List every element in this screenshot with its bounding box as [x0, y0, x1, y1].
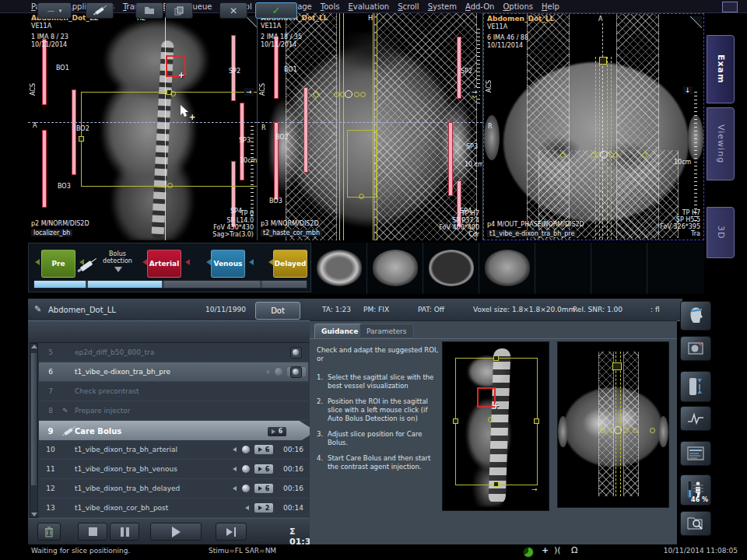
tab-3d[interactable]: 3D: [707, 207, 735, 258]
queue-row-5[interactable]: 5 ep2d_diff_b50_800_tra: [39, 343, 308, 362]
scroll-up-icon[interactable]: [31, 345, 37, 348]
queue-row-8[interactable]: 8 ✎ Prepare injector: [39, 401, 308, 421]
vp3-date: 10/11/2014: [487, 42, 523, 49]
viewport-coronal[interactable]: → Abdomen_Dot_LL VE11A 2 IMA 18 / 35 10/…: [258, 13, 483, 240]
status-bar: Waiting for slice positioning. Stimu=FL …: [0, 544, 747, 558]
menu-options[interactable]: Options: [503, 2, 533, 11]
thumbnail-empty: [591, 243, 647, 294]
guidance-step: 2. Position the ROI in the sagittal slic…: [317, 397, 440, 423]
tab-guidance[interactable]: Guidance: [314, 324, 365, 338]
phase-venous[interactable]: Venous: [211, 250, 245, 278]
slice-group-box[interactable]: [81, 92, 258, 187]
slab-handle[interactable]: [359, 194, 364, 199]
inject-button[interactable]: [86, 2, 114, 19]
queue-row-9-current[interactable]: 9 Care Bolus 6: [39, 421, 316, 442]
window-control-icon[interactable]: [722, 2, 738, 12]
play-button[interactable]: [150, 523, 202, 541]
queue-row-12[interactable]: 12 t1_vibe_dixon_tra_bh_delayed 6 00:16: [39, 479, 308, 499]
sphere-icon: [242, 446, 250, 453]
menu-tools[interactable]: Tools: [321, 2, 340, 11]
menu-help[interactable]: Help: [542, 2, 559, 11]
scrollbar-thumb[interactable]: [31, 353, 37, 485]
cancel-step-button[interactable]: ✕: [219, 2, 247, 19]
queue-row-7[interactable]: 7 Check precontrast: [39, 382, 308, 401]
vp2-bo2: BO2: [275, 134, 289, 141]
table-position-button[interactable]: [680, 371, 711, 402]
queue-row-6[interactable]: 6 t1_vibe_e-dixon_tra_bh_pre: [39, 362, 308, 382]
phase-delayed[interactable]: Delayed: [273, 250, 307, 278]
guidance-axial-preview[interactable]: [557, 341, 669, 508]
vp2-sp3: SP3: [466, 143, 478, 150]
thumbnail-3[interactable]: [423, 243, 479, 294]
copy-button[interactable]: [165, 2, 193, 19]
thumbnail-2[interactable]: [367, 243, 423, 294]
menu-addon[interactable]: Add-On: [465, 2, 494, 11]
scroll-right-icon[interactable]: →: [244, 88, 254, 96]
queue-row-13[interactable]: 13 t1_vibe_dixon_cor_bh_post 2 00:14: [39, 499, 308, 518]
pause-button[interactable]: [110, 523, 139, 541]
stop-icon: [89, 527, 97, 536]
slice-line: [339, 13, 340, 240]
menu-evaluation[interactable]: Evaluation: [348, 2, 389, 11]
image-review-button[interactable]: [680, 336, 711, 361]
care-bolus-slab[interactable]: [347, 130, 377, 198]
slice-marker: [613, 152, 619, 158]
physio-curve-button[interactable]: [680, 406, 711, 431]
center-marker[interactable]: [345, 90, 352, 98]
vp1-scale-label: 10cm: [240, 157, 257, 164]
center-marker[interactable]: [600, 151, 608, 159]
viewport-axial-selected[interactable]: ↓ Abdomen_Dot_LL VE11A 6 IMA 46 / 88 10/…: [483, 13, 704, 240]
skip-button[interactable]: [216, 523, 247, 541]
viewport-sagittal[interactable]: + → Abdomen_Dot_LL VE11A 1 IMA 8 / 23 10…: [28, 13, 258, 240]
speaker-icon: [265, 259, 273, 265]
apply-step-button[interactable]: ✓: [255, 2, 297, 19]
voxel-size: Voxel size: 1.8×1.8×20.0mm: [473, 306, 575, 313]
vp2-software: VE11A: [261, 23, 281, 30]
applied-image-icon: [290, 366, 302, 378]
thumbnail-4[interactable]: [479, 243, 535, 294]
dot-button[interactable]: Dot: [255, 302, 300, 320]
step-number: 13: [39, 504, 62, 512]
queue-row-11[interactable]: 11 t1_vibe_dixon_tra_bh_venous 6 00:16: [39, 460, 308, 479]
thumbnail-1[interactable]: [311, 243, 367, 294]
menu-system[interactable]: System: [428, 2, 457, 11]
patient-registration-button[interactable]: [680, 301, 711, 331]
queue-options-dropdown[interactable]: —▾: [37, 2, 72, 19]
tab-parameters[interactable]: Parameters: [359, 324, 414, 338]
vp2-scale-label: 10 cm: [465, 161, 483, 168]
scroll-down-icon[interactable]: ↓: [683, 86, 693, 94]
page-fold-icon[interactable]: [690, 16, 702, 28]
open-protocol-button[interactable]: [135, 2, 163, 19]
patient-info-bar: ✎ Abdomen_Dot_LL 10/11/1990 Dot TA: 1:23…: [28, 299, 682, 321]
stop-button[interactable]: [78, 523, 107, 541]
relative-snr: Rel. SNR: 1.00: [573, 306, 622, 313]
vp3-geometry-block: TP H7SP H5.5 FoV 326*395Tra: [660, 209, 700, 237]
discard-button[interactable]: [37, 523, 61, 541]
step-name: Prepare injector: [75, 407, 308, 415]
scroll-right-icon[interactable]: →: [470, 88, 479, 96]
vp1-software: VE11A: [31, 23, 51, 30]
slab-handle[interactable]: [599, 57, 607, 65]
exam-explorer-button[interactable]: [680, 441, 711, 466]
phase-arterial[interactable]: Arterial: [147, 250, 181, 278]
waveform-icon: [687, 412, 704, 425]
move-icon: +: [542, 545, 549, 555]
sar-monitor-button[interactable]: 46 %: [680, 474, 711, 506]
guidance-text: Check and adapt the suggested ROI, or 1.…: [317, 346, 440, 478]
box-rotate-handle[interactable]: [167, 183, 173, 188]
tab-exam[interactable]: Exam: [707, 35, 735, 103]
tab-viewing[interactable]: Viewing: [707, 107, 735, 180]
menu-scroll[interactable]: Scroll: [398, 2, 419, 11]
browse-images-button[interactable]: [680, 511, 711, 536]
queue-row-10[interactable]: 10 t1_vibe_dixon_tra_bh_arterial 6 00:16: [39, 440, 308, 460]
search-folder-icon: [687, 516, 704, 530]
phase-pre[interactable]: Pre: [41, 250, 75, 278]
pat-status: PAT: Off: [418, 306, 444, 313]
queue-scrollbar[interactable]: [30, 343, 38, 518]
slice-line: [373, 13, 374, 240]
skip-bar: [234, 527, 236, 537]
guidance-sagittal-preview[interactable]: + →: [442, 341, 549, 511]
box-handle[interactable]: [79, 136, 84, 142]
edit-pencil-icon[interactable]: ✎: [34, 304, 41, 314]
scroll-down-icon[interactable]: [31, 513, 37, 516]
